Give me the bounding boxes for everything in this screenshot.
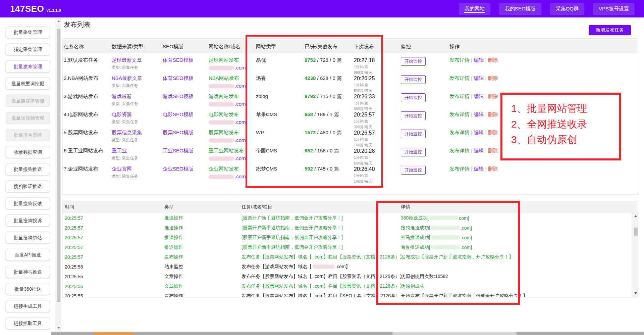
horizontal-scrollbar[interactable]: [51, 332, 644, 335]
publish-column-header: 网站类型: [256, 44, 305, 50]
sidebar-item-batch-sogou-feedback[interactable]: 批量搜狗反馈: [6, 197, 50, 209]
sidebar-item-assigned-collect[interactable]: 指定采集管理: [6, 43, 50, 55]
page-title: 发布列表: [64, 20, 91, 29]
action-delete[interactable]: 删除: [488, 75, 498, 81]
action-delete[interactable]: 删除: [488, 130, 498, 135]
seo-template-link[interactable]: 体育SEO模板: [163, 57, 194, 63]
domain-suffix: .com: [235, 155, 246, 161]
action-publish-details[interactable]: 发布详情: [449, 93, 470, 99]
action-edit[interactable]: 编辑: [474, 57, 484, 63]
log-scroll-up-arrow-icon[interactable]: [634, 215, 637, 217]
site-name-link[interactable]: 游戏网站发布: [209, 93, 239, 99]
sidebar-item-batch-360-push[interactable]: 批量360推送: [6, 283, 50, 295]
seo-template-link[interactable]: 工业SEO模版: [163, 148, 194, 153]
site-name-link[interactable]: 电影网站发布: [209, 111, 239, 117]
content-scrollbar[interactable]: [56, 17, 61, 332]
source-link[interactable]: 企业官网: [112, 166, 132, 172]
action-separator: |: [484, 75, 488, 81]
nav-item-my-sites[interactable]: 我的网站: [459, 3, 490, 15]
source-link[interactable]: 重工业: [112, 148, 127, 153]
domain-suffix: .com: [235, 101, 246, 107]
action-publish-details[interactable]: 发布详情: [449, 148, 470, 153]
nav-item-vps-dial-settings[interactable]: VPS拨号设置: [593, 3, 635, 15]
start-monitor-button[interactable]: 开始监控: [401, 111, 426, 120]
site-domain: .com: [209, 83, 256, 89]
action-publish-details[interactable]: 发布详情: [449, 75, 470, 81]
action-publish-details[interactable]: 发布详情: [449, 111, 470, 117]
log-scrollbar-thumb[interactable]: [634, 228, 638, 236]
action-edit[interactable]: 编辑: [474, 111, 484, 117]
log-task: [股票开户新手避坑指南，低佣金开户攻略分享！]: [241, 215, 401, 221]
seo-template-link[interactable]: 电影SEO模板: [163, 111, 194, 117]
sidebar-item-batch-publish[interactable]: 批量发布管理: [6, 60, 50, 73]
sidebar-item-batch-weight-words[interactable]: 批量权重词挖掘: [6, 78, 50, 90]
action-publish-details[interactable]: 发布详情: [449, 130, 470, 135]
source-link[interactable]: 游戏最新: [112, 93, 132, 99]
seo-template-link[interactable]: 股票SEO模版: [163, 130, 194, 135]
site-name-link[interactable]: 股票网站发布: [209, 130, 239, 135]
action-edit[interactable]: 编辑: [474, 166, 484, 172]
sidebar-item-sogou-verify-push[interactable]: 搜狗验证推送: [6, 180, 50, 192]
sidebar-item-batch-sogou-bind[interactable]: 批量搜狗绑站: [6, 232, 50, 244]
action-edit[interactable]: 编辑: [474, 93, 484, 99]
start-monitor-button[interactable]: 开始监控: [401, 57, 426, 66]
action-delete[interactable]: 删除: [488, 57, 498, 63]
action-edit[interactable]: 编辑: [474, 130, 484, 135]
action-publish-details[interactable]: 发布详情: [449, 57, 470, 63]
start-monitor-button[interactable]: 开始监控: [401, 148, 426, 156]
nav-item-qq-group[interactable]: 采集QQ群: [550, 3, 584, 15]
sidebar-item-link-generate-tool[interactable]: 链接生成工具: [6, 300, 50, 312]
feature-line-2: 2、全网推送收录: [511, 116, 619, 132]
domain-suffix: .com: [235, 83, 246, 89]
source-link[interactable]: 股票信息采集: [112, 130, 142, 135]
sidebar-item-batch-sogou-complaint[interactable]: 批量搜狗投诉: [6, 214, 50, 227]
publish-daily-limit: 100篇/每天: [354, 143, 401, 147]
scroll-down-arrow-icon[interactable]: [57, 327, 60, 329]
action-delete[interactable]: 删除: [488, 148, 498, 153]
seo-template-link[interactable]: 企业SEO模版: [163, 166, 194, 172]
action-delete[interactable]: 删除: [488, 111, 498, 117]
action-delete[interactable]: 删除: [488, 166, 498, 172]
next-publish-time: 20:26:33: [354, 93, 401, 100]
start-monitor-button[interactable]: 开始监控: [401, 75, 426, 84]
scroll-up-arrow-icon[interactable]: [57, 20, 60, 22]
action-delete[interactable]: 删除: [488, 93, 498, 99]
publish-rate: 1分钟/篇: [354, 101, 401, 105]
sidebar-item-batch-collect[interactable]: 批量采集管理: [6, 26, 50, 38]
sidebar-item-link-grab-tool[interactable]: 链接抓取工具: [6, 317, 50, 329]
nav-item-my-seo-templates[interactable]: 我的SEO模版: [499, 3, 541, 15]
new-publish-task-button[interactable]: 新增发布任务: [589, 25, 631, 35]
seo-template-link[interactable]: 游戏SEO模板: [163, 93, 194, 99]
log-scroll-down-arrow-icon[interactable]: [634, 292, 637, 294]
start-monitor-button[interactable]: 开始监控: [401, 93, 426, 102]
task-name: 5.股票网站发布: [64, 130, 112, 136]
source-link[interactable]: 足球最新文章: [112, 57, 142, 63]
sidebar-item-batch-shenma-push[interactable]: 批量神马推送: [6, 266, 50, 278]
log-table-card: 时间类型任务/域名/栏目详情 20:25:57推送操作[股票开户新手避坑指南，低…: [62, 201, 638, 297]
log-table-row: 20:25:55发布操作发布任务【股票网站发布】域名【.com】栏目【SEO工具…: [63, 291, 638, 297]
action-publish-details[interactable]: 发布详情: [449, 166, 470, 172]
cms-type: 易优: [256, 57, 305, 63]
site-name-link[interactable]: 企业网站发布: [209, 166, 239, 172]
start-monitor-button[interactable]: 开始监控: [401, 166, 426, 175]
action-edit[interactable]: 编辑: [474, 75, 484, 81]
sidebar-item-baidu-api-push[interactable]: 百度API推送: [6, 249, 50, 261]
horizontal-scrollbar-thumb[interactable]: [94, 332, 134, 335]
log-detail: 伪原创使用次数:16582: [401, 274, 638, 280]
log-detail: 360推送成功[com]: [401, 215, 638, 221]
site-name-link[interactable]: NBA网站发布: [209, 75, 239, 81]
log-time: 20:25:57: [65, 235, 164, 240]
site-name-link[interactable]: 足球网站发布: [209, 57, 239, 63]
site-name-link[interactable]: 重工业网站发布: [209, 148, 244, 153]
log-scrollbar[interactable]: [633, 212, 638, 297]
action-edit[interactable]: 编辑: [474, 148, 484, 153]
source-link[interactable]: NBA最新文章: [112, 75, 142, 81]
source-link[interactable]: 电影资源: [112, 111, 132, 117]
redacted-domain: [429, 216, 458, 220]
publish-column-header: 数据来源/类型: [112, 44, 163, 50]
seo-template-link[interactable]: 体育SEO模板: [163, 75, 194, 81]
sidebar-item-index-data-query[interactable]: 收录数据查询: [6, 146, 50, 158]
content-scrollbar-thumb[interactable]: [57, 29, 60, 302]
sidebar-item-batch-sogou-push[interactable]: 批量搜狗推送: [6, 163, 50, 175]
start-monitor-button[interactable]: 开始监控: [401, 130, 426, 138]
